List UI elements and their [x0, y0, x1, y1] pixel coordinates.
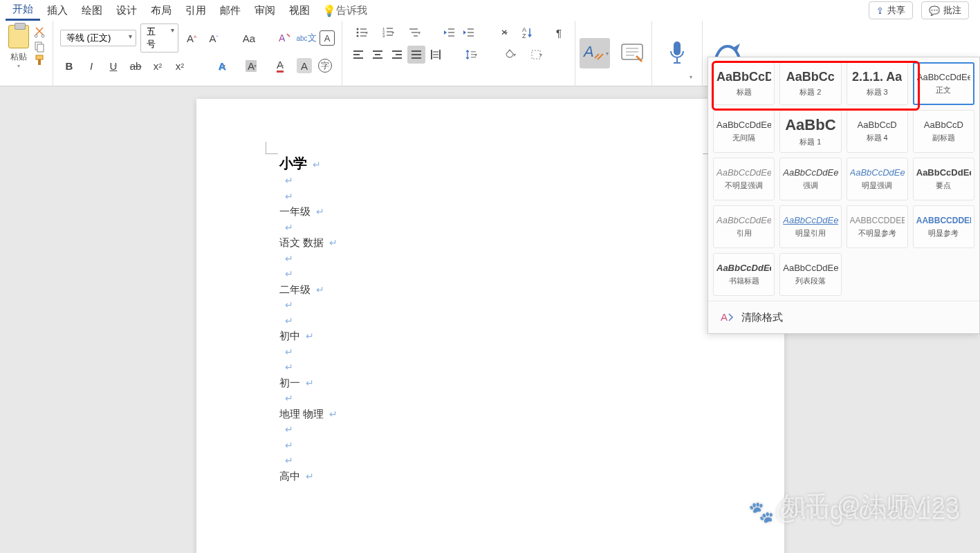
doc-line[interactable]: 初一↵	[279, 375, 701, 391]
doc-line[interactable]: ↵	[279, 297, 701, 313]
grow-font-button[interactable]: A^	[183, 29, 201, 47]
text-effects-button[interactable]: A ▾	[210, 57, 234, 75]
paste-button[interactable]: 粘贴 ▾	[8, 24, 29, 69]
align-center-button[interactable]	[369, 46, 387, 64]
align-right-button[interactable]	[388, 46, 406, 64]
doc-line[interactable]: 语文 数据↵	[279, 235, 701, 251]
tab-review[interactable]: 审阅	[248, 1, 282, 20]
character-shading-button[interactable]: A	[297, 58, 312, 73]
doc-line[interactable]: ↵	[279, 359, 701, 375]
svg-point-11	[357, 35, 359, 37]
doc-line[interactable]: 地理 物理↵	[279, 406, 701, 422]
doc-line[interactable]: 一年级↵	[279, 204, 701, 220]
font-family-select[interactable]: 等线 (正文)	[60, 30, 136, 46]
shading-button[interactable]: ▾	[497, 46, 522, 64]
italic-button[interactable]: I	[82, 57, 100, 75]
style-card-书籍标题[interactable]: AaBbCcDdEe书籍标题	[713, 253, 775, 296]
font-size-select[interactable]: 五号	[140, 24, 178, 53]
tab-mailings[interactable]: 邮件	[213, 1, 248, 20]
paragraph-mark: ↵	[285, 315, 293, 326]
multilevel-list-button[interactable]: ▾	[402, 24, 427, 41]
style-name-label: 正文	[936, 85, 951, 95]
line-spacing-button[interactable]: ▾	[459, 46, 483, 64]
style-card-不明显强调[interactable]: AaBbCcDdEe不明显强调	[713, 158, 775, 200]
tab-layout[interactable]: 布局	[144, 1, 178, 20]
sort-button[interactable]: AZ	[518, 24, 536, 41]
enclose-characters-button[interactable]: 字	[316, 57, 334, 75]
phonetic-guide-button[interactable]: abc文	[297, 29, 315, 47]
doc-line[interactable]: 初中↵	[279, 328, 701, 344]
style-card-要点[interactable]: AaBbCcDdEe要点	[913, 158, 974, 200]
style-card-不明显参考[interactable]: AABBCCDDEE不明显参考	[847, 205, 908, 248]
clear-formatting-button[interactable]: A	[275, 29, 293, 47]
heading-title[interactable]: 小学	[279, 156, 307, 171]
dictate-button[interactable]	[662, 38, 692, 68]
show-marks-button[interactable]: ¶	[550, 24, 568, 41]
copy-icon[interactable]	[33, 40, 46, 53]
styles-pane-button[interactable]: A ▾	[580, 38, 610, 68]
tab-references[interactable]: 引用	[178, 1, 213, 20]
bold-button[interactable]: B	[60, 57, 78, 75]
style-card-明显参考[interactable]: AABBCCDDEE明显参考	[913, 205, 974, 248]
doc-line[interactable]: ↵	[279, 313, 701, 329]
tab-insert[interactable]: 插入	[40, 1, 75, 20]
format-painter-icon[interactable]	[33, 54, 46, 66]
style-card-标题[interactable]: AaBbCcD标题	[713, 62, 775, 105]
doc-line[interactable]: ↵	[279, 438, 701, 453]
clear-format-icon: A	[719, 310, 734, 325]
clipboard-group: 粘贴 ▾	[1, 21, 53, 86]
doc-line[interactable]: 高中↵	[279, 469, 701, 485]
document-page[interactable]: 小学↵ ↵ ↵ 一年级↵↵语文 数据↵↵↵二年级↵↵↵初中↵↵↵初一↵↵地理 物…	[196, 99, 784, 553]
doc-line[interactable]: ↵	[279, 251, 701, 267]
comments-button[interactable]: 💬 批注	[921, 1, 969, 19]
doc-line[interactable]: ↵	[279, 266, 701, 282]
change-case-button[interactable]: Aa ▾	[237, 29, 261, 47]
strikethrough-button[interactable]: ab	[127, 57, 145, 75]
style-card-标题2[interactable]: AaBbCc标题 2	[779, 62, 841, 105]
style-card-引用[interactable]: AaBbCcDdEe引用	[713, 205, 775, 248]
shrink-font-button[interactable]: Aˇ	[205, 29, 223, 47]
subscript-button[interactable]: x2	[149, 57, 167, 75]
doc-line[interactable]: ↵	[279, 391, 701, 406]
underline-button[interactable]: U ▾	[104, 57, 122, 75]
doc-line[interactable]: 二年级↵	[279, 282, 701, 298]
tab-home[interactable]: 开始	[6, 0, 40, 21]
doc-line[interactable]: ↵	[279, 453, 701, 469]
doc-line[interactable]: ↵	[279, 344, 701, 360]
tell-me[interactable]: 告诉我	[336, 4, 367, 17]
bullets-button[interactable]: ▾	[349, 24, 374, 41]
decrease-indent-button[interactable]	[441, 24, 459, 41]
borders-button[interactable]: ▾	[524, 46, 548, 64]
style-preview: AaBbCcD	[924, 120, 963, 130]
increase-indent-button[interactable]	[460, 24, 478, 41]
style-card-明显强调[interactable]: AaBbCcDdEe明显强调	[847, 158, 908, 200]
tab-draw[interactable]: 绘图	[75, 1, 109, 20]
superscript-button[interactable]: x2	[171, 57, 189, 75]
tab-design[interactable]: 设计	[109, 1, 144, 20]
clear-formatting-item[interactable]: A 清除格式	[708, 301, 979, 333]
numbering-button[interactable]: 123▾	[376, 24, 400, 41]
styles-inspector-button[interactable]	[617, 38, 647, 68]
style-card-明显引用[interactable]: AaBbCcDdEe明显引用	[779, 205, 841, 248]
style-card-无间隔[interactable]: AaBbCcDdEe无间隔	[713, 110, 775, 153]
style-card-标题3[interactable]: 2.1.1. Aa标题 3	[847, 62, 908, 105]
highlight-button[interactable]: A ▾	[239, 57, 264, 75]
paragraph-mark: ↵	[285, 393, 293, 404]
tab-view[interactable]: 视图	[282, 1, 317, 20]
justify-button[interactable]	[407, 46, 425, 64]
align-left-button[interactable]	[349, 46, 367, 64]
doc-line[interactable]: ↵	[279, 220, 701, 236]
cut-icon[interactable]	[33, 26, 46, 39]
share-button[interactable]: ⇪ 共享	[869, 1, 913, 19]
distribute-button[interactable]	[427, 46, 445, 64]
doc-line[interactable]: ↵	[279, 422, 701, 438]
asian-layout-button[interactable]: ✕ ▾	[492, 24, 517, 41]
style-card-正文[interactable]: AaBbCcDdEe正文	[913, 62, 974, 105]
style-card-副标题[interactable]: AaBbCcD副标题	[913, 110, 974, 153]
style-card-强调[interactable]: AaBbCcDdEe强调	[779, 158, 841, 200]
character-border-button[interactable]: A	[320, 30, 335, 46]
style-card-列表段落[interactable]: AaBbCcDdEe列表段落	[779, 253, 841, 296]
font-color-button[interactable]: A ▾	[268, 57, 293, 75]
style-card-标题1[interactable]: AaBbC标题 1	[779, 110, 841, 153]
style-card-标题4[interactable]: AaBbCcD标题 4	[847, 110, 908, 153]
